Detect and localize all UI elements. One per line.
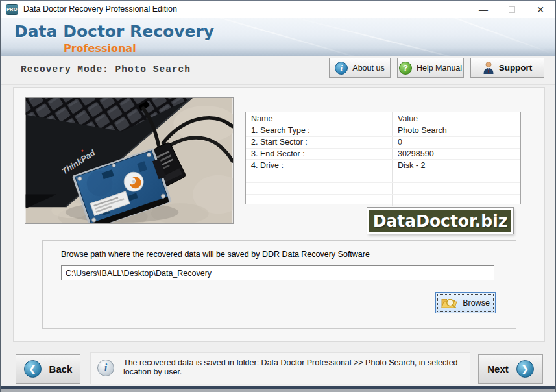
table-row: 4. Drive : Disk - 2 bbox=[246, 160, 520, 171]
search-details-table: Name Value 1. Search Type : Photo Search… bbox=[245, 112, 521, 204]
table-row: 2. Start Sector : 0 bbox=[246, 137, 520, 149]
next-button-label: Next bbox=[487, 363, 509, 374]
info-icon: i bbox=[335, 62, 348, 75]
table-row-empty bbox=[246, 183, 520, 195]
brand-title: Data Doctor Recovery bbox=[14, 22, 214, 41]
about-us-button[interactable]: i About us bbox=[329, 58, 391, 78]
row-value: 0 bbox=[392, 137, 520, 148]
status-bar: i The recovered data is saved in folder:… bbox=[90, 352, 470, 384]
about-us-label: About us bbox=[352, 64, 384, 73]
brand-edition: Professional bbox=[64, 42, 136, 55]
save-path-input[interactable] bbox=[61, 265, 494, 280]
decorative-swoosh bbox=[283, 18, 472, 56]
help-manual-button[interactable]: ? Help Manual bbox=[397, 58, 464, 78]
row-value: Disk - 2 bbox=[392, 160, 520, 171]
row-name: 4. Drive : bbox=[246, 161, 392, 170]
back-button[interactable]: ❮ Back bbox=[16, 354, 80, 384]
support-label: Support bbox=[499, 63, 533, 73]
row-value: 30298590 bbox=[392, 149, 520, 160]
main-panel: ThinkPad bbox=[13, 87, 545, 342]
status-message: The recovered data is saved in folder: D… bbox=[123, 358, 465, 376]
back-arrow-icon: ❮ bbox=[24, 360, 42, 378]
window-title: Data Doctor Recovery Professional Editio… bbox=[23, 5, 177, 14]
question-icon: ? bbox=[399, 62, 412, 75]
person-icon bbox=[483, 61, 494, 75]
browse-path-group: Browse path where the recovered data wil… bbox=[42, 240, 516, 329]
row-name: 2. Start Sector : bbox=[246, 138, 392, 147]
header-banner: Data Doctor Recovery Professional bbox=[1, 18, 555, 56]
hard-drive-photo: ThinkPad bbox=[25, 97, 234, 224]
recovery-mode-label: Recovery Mode: Photo Search bbox=[21, 64, 191, 75]
browse-button-label: Browse bbox=[463, 299, 490, 308]
column-header-value: Value bbox=[392, 112, 520, 125]
row-name: 3. End Sector : bbox=[246, 149, 392, 158]
row-value: Photo Search bbox=[392, 125, 520, 136]
browse-path-label: Browse path where the recovered data wil… bbox=[61, 250, 370, 259]
table-row: 1. Search Type : Photo Search bbox=[246, 125, 520, 137]
table-row: 3. End Sector : 30298590 bbox=[246, 149, 520, 160]
minimize-button[interactable]: — bbox=[469, 1, 498, 18]
column-header-name: Name bbox=[246, 114, 392, 123]
support-button[interactable]: Support bbox=[470, 58, 544, 78]
app-window: PRO Data Doctor Recovery Professional Ed… bbox=[0, 0, 556, 392]
next-button[interactable]: Next ❯ bbox=[478, 354, 543, 384]
next-arrow-icon: ❯ bbox=[516, 360, 534, 378]
maximize-icon bbox=[509, 6, 515, 13]
help-manual-label: Help Manual bbox=[417, 64, 462, 73]
toolbar: Recovery Mode: Photo Search i About us ?… bbox=[1, 56, 555, 85]
window-controls: — ✕ bbox=[469, 1, 555, 18]
window-bottom-border bbox=[1, 386, 555, 392]
row-name: 1. Search Type : bbox=[246, 126, 392, 135]
app-icon: PRO bbox=[6, 4, 18, 15]
back-button-label: Back bbox=[49, 363, 73, 374]
datadoctor-logo: DataDoctor.biz bbox=[367, 208, 513, 234]
close-button[interactable]: ✕ bbox=[526, 1, 555, 18]
maximize-button[interactable] bbox=[498, 1, 526, 18]
table-header-row: Name Value bbox=[246, 112, 520, 125]
info-icon: i bbox=[97, 360, 114, 376]
table-row-empty bbox=[246, 195, 520, 206]
browse-button[interactable]: Browse bbox=[435, 292, 496, 313]
title-bar: PRO Data Doctor Recovery Professional Ed… bbox=[1, 1, 555, 18]
table-row-empty bbox=[246, 171, 520, 183]
folder-search-icon bbox=[441, 297, 458, 309]
